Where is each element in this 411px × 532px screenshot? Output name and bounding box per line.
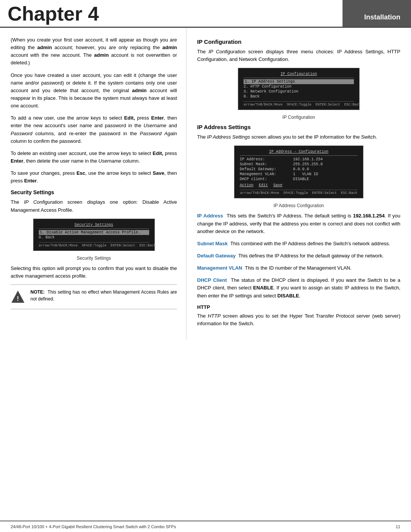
security-terminal-footer: arrow/TAB/BACK:Move SPACE:Toggle ENTER:S… [39, 242, 149, 248]
ip-config-item-2: 2. HTTP Configuration [244, 84, 354, 89]
page-wrapper: Chapter 4 Installation (When you create … [0, 0, 411, 532]
bold-edit-1: Edit, [124, 115, 135, 121]
terminal-divider-1 [39, 228, 149, 229]
left-column: (When you create your first user account… [0, 28, 186, 340]
para-4: To delete an existing user account, use … [11, 150, 177, 165]
ip-addr-row-5: DHCP client: DISABLE [240, 177, 358, 182]
para-5: To save your changes, press Esc, use the… [11, 169, 177, 185]
ip-addr-label-2: Subnet Mask: [240, 162, 293, 166]
installation-label: Installation [342, 0, 411, 27]
http-desc: The HTTP screen allows you to set the Hy… [197, 312, 400, 328]
footer-left: 24/48-Port 10/100 + 4-Port Gigabit Resil… [11, 524, 176, 529]
bold-admin-4: admin [132, 88, 147, 93]
dhcp-desc-text: DHCP Client The status of the DHCP clien… [197, 276, 400, 299]
ip-config-desc: The IP Configuration screen displays thr… [197, 48, 400, 63]
chapter-title: Chapter 4 [8, 4, 335, 24]
subnet-desc-text: Subnet Mask This combined with the IP Ad… [197, 240, 400, 248]
security-terminal-title: Security Settings [39, 223, 149, 227]
gateway-desc-text: Default Gateway This defines the IP Addr… [197, 252, 400, 260]
ip-addr-label-3: Default Gateway: [240, 167, 293, 171]
http-heading: HTTP [197, 304, 400, 310]
note-text: NOTE: This setting has no effect when Ma… [30, 289, 177, 302]
ip-addr-terminal-title: IP Address - Configuration [240, 150, 358, 154]
ip-addr-row-2: Subnet Mask: 255.255.255.0 [240, 162, 358, 167]
italic-ip-addr-settings: IP Address Settings [207, 134, 250, 140]
ip-addr-menu: Action Edit Save [240, 183, 358, 187]
ip-config-item-3: 3. Network Configuration [244, 89, 354, 94]
bold-admin-1: admin [37, 45, 52, 50]
ip-addr-val-4: 1 VLAN ID [293, 172, 318, 176]
security-terminal-caption: Security Settings [11, 256, 177, 261]
content: (When you create your first user account… [0, 28, 411, 340]
ip-config-item-4: 0. Back [244, 94, 354, 99]
ip-config-heading: IP Configuration [197, 38, 400, 45]
italic-username: Username [143, 123, 166, 128]
bold-admin-3: admin [94, 52, 108, 58]
terminal-item-1: 1. Disable Active Management Access Prof… [39, 230, 149, 235]
ip-addr-row-3: Default Gateway: 0.0.0.0 [240, 167, 358, 172]
note-box: ! NOTE: This setting has no effect when … [11, 284, 177, 309]
terminal-divider-3 [240, 155, 358, 156]
dhcp-term: DHCP Client [197, 277, 227, 283]
italic-http: HTTP [208, 313, 221, 319]
bold-disable: DISABLE [277, 293, 299, 299]
ip-config-terminal-footer: arrow/TAB/BACK:Move SPACE:Toggle ENTER:S… [244, 101, 354, 107]
mgmt-vlan-term: Management VLAN [197, 265, 242, 271]
ip-config-terminal-title: IP Configuration [244, 72, 354, 76]
ip-addr-terminal: IP Address - Configuration IP Address: 1… [234, 145, 363, 198]
footer-right: 11 [396, 524, 400, 529]
ip-addr-row-4: Management VLAN: 1 VLAN ID [240, 172, 358, 177]
ip-config-terminal: IP Configuration 1. IP Address Settings … [238, 68, 360, 110]
ip-addr-val-5: DISABLE [293, 177, 309, 181]
ip-addr-menu-edit: Edit [259, 183, 268, 187]
ip-addr-menu-save: Save [273, 183, 282, 187]
right-column: IP Configuration The IP Configuration sc… [186, 28, 411, 340]
ip-addr-label-1: IP Address: [240, 157, 293, 161]
ip-addr-terminal-footer: arrow/TAB/BACK:Move SPACE:Toggle ENTER:S… [240, 190, 358, 195]
para-2: Once you have created a user account, yo… [11, 72, 177, 110]
bold-enter-2: Enter [11, 158, 23, 164]
note-label: NOTE: [30, 289, 45, 295]
security-terminal: Security Settings 1. Disable Active Mana… [33, 219, 155, 251]
security-settings-heading: Security Settings [11, 189, 177, 195]
ip-config-caption: IP Configuration [197, 115, 400, 120]
bold-enter-3: Enter [24, 178, 37, 184]
footer: 24/48-Port 10/100 + 4-Port Gigabit Resil… [0, 521, 411, 532]
main-area: (When you create your first user account… [0, 28, 411, 521]
ip-addr-term: IP Address [197, 213, 223, 219]
italic-password: Password [11, 131, 32, 136]
ip-config-item-1: 1. IP Address Settings [244, 79, 354, 84]
terminal-item-2: 0. Back [39, 235, 149, 240]
gateway-term: Default Gateway [197, 253, 236, 259]
security-after-text: Selecting this option will prompt you to… [11, 265, 177, 280]
italic-ip-config-r: IP Configuration [209, 49, 245, 54]
ip-addr-caption: IP Address Configuration [197, 203, 400, 208]
ip-addr-menu-action: Action [240, 183, 253, 187]
ip-addr-val-3: 0.0.0.0 [293, 167, 309, 171]
security-desc: The IP Configuration screen displays one… [11, 198, 177, 214]
para-1: (When you create your first user account… [11, 36, 177, 67]
italic-ip-config: IP Configuration [24, 199, 63, 205]
italic-password-again: Password Again [140, 131, 177, 136]
ip-addr-label-5: DHCP client: [240, 177, 293, 181]
bold-enable: ENABLE [253, 285, 273, 291]
ip-address-settings-heading: IP Address Settings [197, 124, 400, 130]
bold-save: Save [153, 170, 164, 176]
ip-address-settings-desc: The IP Address Settings screen allows yo… [197, 133, 400, 141]
bold-ip: 192.168.1.254 [353, 213, 385, 219]
mgmt-vlan-desc-text: Management VLAN This is the ID number of… [197, 264, 400, 272]
ip-addr-desc-text: IP Address This sets the Switch's IP Add… [197, 212, 400, 235]
header: Chapter 4 Installation [0, 0, 411, 28]
ip-addr-label-4: Management VLAN: [240, 172, 293, 176]
bold-esc: Esc [76, 170, 85, 176]
note-icon: ! [11, 289, 25, 304]
chapter-area: Chapter 4 [0, 0, 342, 27]
terminal-divider-2 [244, 78, 354, 78]
italic-username-col: Username [99, 158, 121, 164]
ip-addr-row-1: IP Address: 192.168.1.254 [240, 157, 358, 162]
bold-enter-1: Enter [151, 115, 164, 121]
bold-admin-2: admin [162, 45, 177, 50]
ip-addr-val-2: 255.255.255.0 [293, 162, 323, 166]
bold-edit-2: Edit, [153, 150, 163, 156]
svg-text:!: ! [17, 296, 19, 302]
